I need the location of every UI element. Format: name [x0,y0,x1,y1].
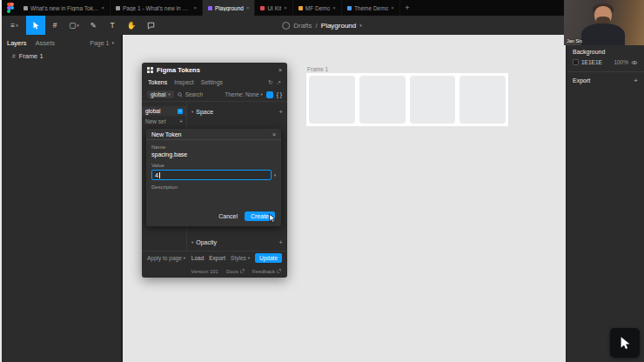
presenter-body [581,23,625,45]
rectangle-icon: ▢ [69,21,76,30]
check-icon: ✓ [178,109,181,113]
tab-playground[interactable]: Playground × [203,0,255,16]
apply-to-page-selector[interactable]: Apply to page ▾ [147,255,185,261]
token-set-global[interactable]: global ✓ [142,106,186,116]
chevron-down-icon[interactable]: ▾ [359,23,362,28]
styles-label: Styles [231,255,246,261]
feedback-link[interactable]: Feedback [252,269,281,274]
close-tab-icon[interactable]: × [246,5,250,10]
plugin-window: Figma Tokens × Tokens Inspect Settings ↻… [142,63,287,278]
pen-tool-button[interactable]: ✎ [84,16,103,35]
load-button[interactable]: Load [191,255,204,261]
styles-toggle-icon[interactable] [266,91,273,98]
text-caret [159,172,160,178]
export-section-title: Export [573,77,590,84]
close-tab-icon[interactable]: × [332,5,336,10]
tab-mf-demo[interactable]: MF Demo × [293,0,342,16]
page-selector[interactable]: Page 1 ▾ [90,40,114,46]
breadcrumb[interactable]: Drafts / Playground ▾ [282,16,362,35]
chevron-down-icon: ▾ [261,92,263,97]
close-tab-icon[interactable]: × [193,5,197,10]
cancel-button[interactable]: Cancel [218,213,238,219]
tab-ui-kit[interactable]: UI Kit × [255,0,292,16]
comment-tool-button[interactable] [141,16,160,35]
plugin-tab-settings[interactable]: Settings [201,79,223,85]
search-input[interactable]: Search [178,91,204,97]
close-tab-icon[interactable]: × [101,5,104,10]
section-opacity[interactable]: ▾ Opacity + [187,237,287,248]
external-link-icon [240,269,245,273]
theme-selector[interactable]: Theme: None ▾ [225,91,263,97]
update-button[interactable]: Update [255,253,282,263]
new-set-button[interactable]: New set + [142,116,186,127]
opacity-value[interactable]: 100% [614,59,628,65]
modal-close-icon[interactable]: × [272,131,276,137]
close-tab-icon[interactable]: × [284,5,287,10]
color-swatch[interactable] [573,59,579,65]
chevron-down-icon: ▾ [111,40,114,45]
chevron-down-icon[interactable]: ▾ [274,173,276,178]
add-token-button[interactable]: + [278,238,283,246]
plugin-close-icon[interactable]: × [278,67,282,73]
file-icon [299,6,303,10]
tab-page1[interactable]: Page 1 - What's new in Figma Token... × [111,0,203,16]
add-token-button[interactable]: + [278,108,283,116]
json-view-toggle[interactable]: { } [277,91,282,97]
close-tab-icon[interactable]: × [391,5,394,10]
plugin-tab-tokens[interactable]: Tokens [148,79,167,85]
share-icon[interactable]: ↗ [277,79,281,86]
layer-frame-1[interactable]: # Frame 1 [0,49,121,63]
chevron-down-icon: ▾ [248,256,250,260]
breadcrumb-file: Playground [321,22,356,30]
set-checkbox[interactable]: ✓ [178,109,183,114]
token-description-input[interactable] [151,191,276,205]
refresh-icon[interactable]: ↻ [268,79,272,86]
hand-icon: ✋ [127,21,137,30]
card-rectangle[interactable] [410,76,456,124]
search-placeholder: Search [185,91,204,97]
styles-dropdown[interactable]: Styles ▾ [231,255,250,261]
docs-link[interactable]: Docs [226,269,245,274]
version-label: Version 101 [191,269,218,274]
chevron-down-icon: ▾ [168,92,170,97]
chevron-down-icon: ▾ [191,110,193,114]
text-tool-button[interactable]: T [103,16,122,35]
tab-theme-demo[interactable]: Theme Demo × [342,0,400,16]
tab-whats-new[interactable]: What's new in Figma Tokens and wh... × [18,0,111,16]
tab-layers[interactable]: Layers [7,39,27,47]
hand-tool-button[interactable]: ✋ [122,16,141,35]
card-rectangle[interactable] [460,76,506,124]
plugin-body: global ✓ New set + ▾ Space + ▾ Opacity + [142,101,287,251]
export-button[interactable]: Export [209,255,225,261]
visibility-eye-icon[interactable] [631,60,638,65]
move-tool-button[interactable] [26,16,45,35]
new-tab-button[interactable]: + [400,0,414,16]
cursor-arrow-icon [619,336,632,351]
menu-button[interactable]: ≡ ▾ [3,16,26,35]
tab-assets[interactable]: Assets [36,39,56,47]
token-value-input[interactable]: 4 [151,170,272,180]
apply-label: Apply to page [147,255,182,261]
file-icon [116,6,120,10]
chevron-down-icon: ▾ [184,256,185,260]
card-rectangle[interactable] [309,76,355,124]
shape-tool-button[interactable]: ▢ ▾ [64,16,84,35]
mouse-cursor [268,211,277,227]
tab-label: What's new in Figma Tokens and wh... [30,5,98,11]
add-export-button[interactable]: + [634,77,638,84]
section-space[interactable]: ▾ Space + [187,106,287,117]
breadcrumb-separator: / [316,22,318,30]
plugin-tab-inspect[interactable]: Inspect [174,79,194,85]
canvas-frame[interactable] [306,73,508,126]
frame-name-label[interactable]: Frame 1 [307,66,328,72]
chevron-down-icon: ▾ [16,23,18,28]
figma-logo[interactable] [3,0,18,16]
frame-tool-button[interactable]: # [45,16,64,35]
new-set-label: New set [145,118,165,124]
color-hex-value[interactable]: 1E1E1E [581,59,602,65]
token-name-input[interactable]: spacing.base [151,151,276,158]
card-rectangle[interactable] [359,76,406,124]
token-set-dropdown[interactable]: global ▾ [147,90,174,98]
webcam-overlay: Jan Six [564,0,644,45]
plugin-header[interactable]: Figma Tokens × [142,63,287,77]
